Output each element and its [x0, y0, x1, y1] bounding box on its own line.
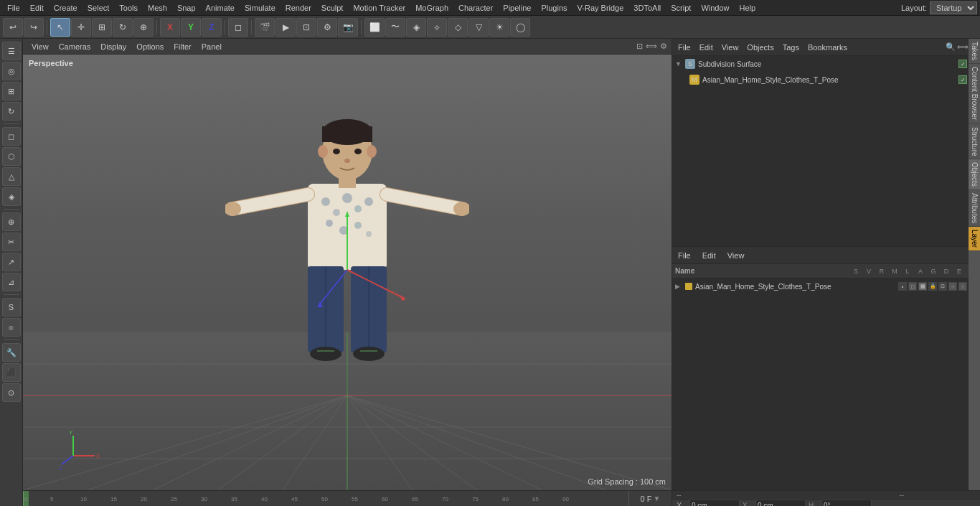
left-tool-15[interactable]: 🔧 — [2, 343, 21, 362]
render-view-button[interactable]: 🎬 — [255, 18, 275, 37]
obj-view-btn[interactable]: View — [719, 42, 742, 52]
menu-select[interactable]: Select — [83, 2, 114, 14]
left-tool-1[interactable]: ☰ — [2, 42, 21, 60]
rotate-tool-button[interactable]: ↻ — [113, 18, 133, 37]
left-tool-2[interactable]: ◎ — [2, 62, 21, 80]
coord-x-pos[interactable] — [689, 500, 740, 506]
light-button[interactable]: ☀ — [489, 18, 509, 37]
obj-check-1[interactable]: ✓ — [958, 60, 967, 68]
attr-icon-5[interactable]: ⊡ — [938, 282, 947, 291]
redo-button[interactable]: ↪ — [24, 18, 44, 37]
menu-snap[interactable]: Snap — [173, 2, 200, 14]
left-tool-9[interactable]: ⊕ — [2, 212, 21, 231]
menu-3dtoall[interactable]: 3DToAll — [629, 2, 665, 14]
left-tool-4[interactable]: ↻ — [2, 102, 21, 121]
vtab-objects[interactable]: Objects — [969, 159, 980, 190]
left-tool-3[interactable]: ⊞ — [2, 82, 21, 100]
left-tool-11[interactable]: ↗ — [2, 253, 21, 271]
menu-create[interactable]: Create — [50, 2, 82, 14]
menu-script[interactable]: Script — [666, 2, 695, 14]
subdivision-surface-row[interactable]: ▼ S Subdivision Surface ✓ ✓ — [672, 56, 980, 72]
left-tool-5[interactable]: ◻ — [2, 127, 21, 146]
search-icon[interactable]: 🔍 — [946, 42, 956, 52]
render-button[interactable]: ▶ — [275, 18, 296, 37]
scale-tool-button[interactable]: ⊞ — [92, 18, 112, 37]
coord-h-val[interactable] — [821, 500, 872, 506]
deformer-button[interactable]: ⟡ — [427, 18, 447, 37]
nurbs-button[interactable]: ◈ — [406, 18, 426, 37]
left-tool-8[interactable]: ◈ — [2, 187, 21, 206]
obj-bookmarks-btn[interactable]: Bookmarks — [805, 42, 850, 52]
obj-file-btn[interactable]: File — [675, 42, 694, 52]
left-tool-6[interactable]: ⬡ — [2, 147, 21, 166]
render-settings-button[interactable]: ⚙ — [317, 18, 337, 37]
attr-icon-1[interactable]: • — [898, 282, 907, 291]
coord-x-rot[interactable] — [755, 500, 806, 506]
z-axis-button[interactable]: Z — [202, 18, 222, 37]
left-tool-16[interactable]: ⬛ — [2, 363, 21, 382]
attr-icon-6[interactable]: → — [948, 282, 957, 291]
menu-mograph[interactable]: MoGraph — [411, 2, 453, 14]
menu-tools[interactable]: Tools — [115, 2, 142, 14]
object-mode-button[interactable]: ◻ — [228, 18, 248, 37]
asian-man-row[interactable]: M Asian_Man_Home_Style_Clothes_T_Pose ✓ — [672, 72, 980, 88]
vtab-structure[interactable]: Structure — [969, 124, 980, 160]
expand-icon[interactable]: ⟺ — [957, 42, 969, 52]
attr-icon-2[interactable]: □ — [908, 282, 917, 291]
render-region-button[interactable]: ⊡ — [296, 18, 316, 37]
left-tool-12[interactable]: ⊿ — [2, 273, 21, 291]
vtab-attributes[interactable]: Attributes — [969, 190, 980, 227]
viewport-options-btn[interactable]: Options — [132, 42, 168, 52]
left-tool-14[interactable]: ⌾ — [2, 318, 21, 337]
menu-character[interactable]: Character — [454, 2, 497, 14]
attr-icon-7[interactable]: ↑ — [958, 282, 967, 291]
transform-tool-button[interactable]: ⊕ — [133, 18, 154, 37]
left-tool-17[interactable]: ⊙ — [2, 383, 21, 402]
menu-pipeline[interactable]: Pipeline — [499, 2, 535, 14]
undo-button[interactable]: ↩ — [3, 18, 23, 37]
menu-window[interactable]: Window — [697, 2, 733, 14]
timeline-frame-display[interactable]: 0 F ▼ — [628, 491, 672, 507]
obj-tags-btn[interactable]: Tags — [780, 42, 802, 52]
menu-mesh[interactable]: Mesh — [143, 2, 171, 14]
menu-edit[interactable]: Edit — [26, 2, 48, 14]
x-axis-button[interactable]: X — [160, 18, 180, 37]
attr-view-btn[interactable]: View — [725, 250, 748, 261]
viewport-arrows-icon[interactable]: ⟺ — [646, 42, 657, 51]
material-button[interactable]: ◯ — [510, 18, 530, 37]
menu-simulate[interactable]: Simulate — [240, 2, 280, 14]
viewport-canvas[interactable]: Perspective — [23, 55, 672, 490]
attr-icon-4[interactable]: 🔒 — [928, 282, 937, 291]
menu-animate[interactable]: Animate — [202, 2, 239, 14]
vtab-layer[interactable]: Layer — [969, 227, 980, 251]
obj-edit-btn[interactable]: Edit — [697, 42, 716, 52]
viewport-filter-btn[interactable]: Filter — [169, 42, 195, 52]
environment-button[interactable]: ◇ — [448, 18, 468, 37]
menu-help[interactable]: Help — [735, 2, 760, 14]
menu-sculpt[interactable]: Sculpt — [317, 2, 348, 14]
viewport-settings-icon[interactable]: ⚙ — [660, 42, 667, 51]
viewport-expand-icon[interactable]: ⊡ — [636, 42, 643, 51]
obj-objects-btn[interactable]: Objects — [744, 42, 776, 52]
menu-file[interactable]: File — [3, 2, 24, 14]
left-tool-7[interactable]: △ — [2, 167, 21, 186]
viewport-view-btn[interactable]: View — [27, 42, 53, 52]
y-axis-button[interactable]: Y — [181, 18, 201, 37]
viewport-cameras-btn[interactable]: Cameras — [55, 42, 95, 52]
viewport-panel-btn[interactable]: Panel — [197, 42, 226, 52]
vtab-content[interactable]: Content Browser — [969, 64, 980, 123]
interactive-render-button[interactable]: 📷 — [338, 18, 358, 37]
menu-motion-tracker[interactable]: Motion Tracker — [349, 2, 410, 14]
select-tool-button[interactable]: ↖ — [50, 18, 70, 37]
asian-man-check-1[interactable]: ✓ — [958, 75, 967, 84]
layout-select[interactable]: Startup — [930, 1, 977, 14]
attr-file-btn[interactable]: File — [675, 250, 694, 261]
menu-plugins[interactable]: Plugins — [537, 2, 571, 14]
move-tool-button[interactable]: ✛ — [71, 18, 91, 37]
left-tool-10[interactable]: ✂ — [2, 233, 21, 251]
menu-vray[interactable]: V-Ray Bridge — [573, 2, 628, 14]
camera-button[interactable]: ▽ — [468, 18, 489, 37]
viewport-display-btn[interactable]: Display — [96, 42, 131, 52]
left-tool-13[interactable]: S — [2, 298, 21, 317]
spline-button[interactable]: 〜 — [385, 18, 405, 37]
